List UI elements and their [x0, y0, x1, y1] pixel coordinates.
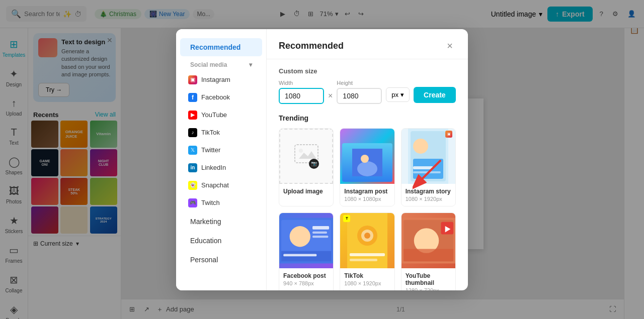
- story-badge: ▣: [445, 131, 452, 138]
- trending-name-youtube: YouTube thumbnail: [406, 272, 451, 286]
- instagram-post-preview: [352, 149, 382, 176]
- svg-rect-11: [413, 171, 441, 173]
- create-button[interactable]: Create: [414, 87, 456, 103]
- trending-thumb-facebook: [279, 213, 333, 268]
- modal-sidebar-snapchat[interactable]: 👻 Snapchat: [180, 177, 262, 194]
- facebook-post-preview: [279, 213, 333, 268]
- modal-body: Custom size Width × Height px ▾: [267, 59, 468, 290]
- svg-rect-24: [350, 253, 385, 256]
- trending-card-instagram-story[interactable]: ▣ Instagram s: [401, 128, 456, 206]
- trending-dims-youtube: 1280 × 720px: [406, 287, 451, 290]
- modal-sidebar-facebook[interactable]: f Facebook: [180, 89, 262, 106]
- svg-point-23: [364, 233, 370, 239]
- svg-rect-17: [312, 236, 328, 238]
- svg-point-2: [299, 149, 303, 153]
- svg-point-14: [290, 226, 310, 247]
- tiktok-badge: T: [343, 215, 350, 222]
- modal-sidebar-recommended[interactable]: Recommended: [180, 38, 262, 56]
- instagram-icon: ▣: [188, 75, 197, 84]
- modal-sidebar-marketing[interactable]: Marketing: [180, 212, 262, 231]
- trending-label: Trending: [279, 114, 456, 122]
- trending-card-youtube[interactable]: YouTube thumbnail 1280 × 720px: [401, 212, 456, 290]
- width-input-group: Width: [279, 80, 324, 104]
- modal-sidebar-education[interactable]: Education: [180, 232, 262, 250]
- height-input-group: Height: [337, 80, 382, 104]
- modal: Recommended Social media ▾ ▣ Instagram f…: [176, 29, 468, 290]
- trending-dims-instagram: 1080 × 1080px: [344, 196, 390, 202]
- height-label: Height: [337, 80, 382, 86]
- camera-badge: 📷: [309, 159, 319, 169]
- trending-info-upload: Upload image: [279, 184, 333, 200]
- facebook-icon: f: [188, 93, 197, 102]
- youtube-icon: ▶: [188, 111, 197, 120]
- trending-card-facebook[interactable]: Facebook post 940 × 788px: [279, 212, 334, 290]
- trending-dims-instagram-story: 1080 × 1920px: [406, 196, 451, 202]
- svg-point-4: [357, 161, 377, 176]
- trending-name-upload: Upload image: [283, 188, 329, 195]
- width-label: Width: [279, 80, 324, 86]
- modal-title: Recommended: [279, 41, 344, 51]
- svg-rect-25: [350, 259, 377, 261]
- custom-size-row: Width × Height px ▾ Create: [279, 80, 456, 104]
- modal-sidebar-tiktok[interactable]: ♪ TikTok: [180, 124, 262, 141]
- youtube-preview: [401, 213, 455, 268]
- snapchat-icon: 👻: [188, 181, 197, 190]
- svg-point-9: [413, 139, 428, 154]
- svg-rect-15: [312, 226, 329, 230]
- linkedin-icon: in: [188, 163, 197, 172]
- modal-sidebar-personal[interactable]: Personal: [180, 251, 262, 269]
- modal-header: Recommended ×: [267, 29, 468, 59]
- trending-dims-facebook: 940 × 788px: [283, 280, 329, 286]
- svg-point-5: [361, 155, 369, 163]
- trending-thumb-instagram: [340, 129, 394, 184]
- height-input[interactable]: [337, 88, 382, 104]
- trending-info-instagram-story: Instagram story 1080 × 1920px: [401, 184, 455, 206]
- trending-card-tiktok[interactable]: T TikTok: [340, 212, 394, 290]
- modal-content: Recommended × Custom size Width × Height: [267, 29, 468, 290]
- trending-thumb-upload: 📷: [279, 129, 333, 184]
- trending-name-tiktok: TikTok: [344, 272, 390, 279]
- trending-info-youtube: YouTube thumbnail 1280 × 720px: [401, 268, 455, 290]
- svg-rect-19: [283, 254, 316, 256]
- twitter-icon: 𝕏: [188, 146, 197, 155]
- modal-overlay[interactable]: Recommended Social media ▾ ▣ Instagram f…: [0, 0, 644, 319]
- custom-size-label: Custom size: [279, 67, 456, 75]
- trending-info-facebook: Facebook post 940 × 788px: [279, 268, 333, 290]
- modal-sidebar-twitch[interactable]: 🎮 Twitch: [180, 194, 262, 211]
- modal-sidebar-social-header: Social media ▾: [180, 57, 262, 70]
- modal-sidebar-youtube[interactable]: ▶ YouTube: [180, 107, 262, 124]
- trending-name-instagram-story: Instagram story: [406, 188, 451, 195]
- trending-thumb-instagram-story: ▣: [401, 129, 455, 184]
- svg-rect-10: [413, 166, 433, 169]
- social-expand-icon: ▾: [249, 61, 252, 68]
- unit-value: px: [391, 91, 398, 98]
- modal-sidebar-linkedin[interactable]: in LinkedIn: [180, 159, 262, 176]
- twitch-icon: 🎮: [188, 198, 197, 207]
- unit-chevron: ▾: [400, 91, 404, 98]
- modal-sidebar-instagram[interactable]: ▣ Instagram: [180, 71, 262, 88]
- tiktok-icon: ♪: [188, 128, 197, 137]
- trending-thumb-youtube: [401, 213, 455, 268]
- trending-card-upload[interactable]: 📷 Upload image: [279, 128, 334, 206]
- modal-sidebar: Recommended Social media ▾ ▣ Instagram f…: [176, 29, 267, 290]
- upload-icon-wrap: 📷: [294, 144, 319, 169]
- trending-info-tiktok: TikTok 1080 × 1920px: [340, 268, 394, 290]
- trending-grid: 📷 Upload image: [279, 128, 456, 290]
- trending-name-instagram: Instagram post: [344, 188, 390, 195]
- trending-name-facebook: Facebook post: [283, 272, 329, 279]
- modal-sidebar-twitter[interactable]: 𝕏 Twitter: [180, 142, 262, 159]
- instagram-story-preview: [408, 129, 448, 184]
- modal-close-button[interactable]: ×: [444, 39, 456, 53]
- svg-rect-16: [312, 231, 327, 233]
- size-separator: ×: [328, 91, 333, 100]
- trending-thumb-tiktok: T: [340, 213, 394, 268]
- trending-dims-tiktok: 1080 × 1920px: [344, 280, 390, 286]
- svg-rect-29: [404, 249, 453, 261]
- width-input[interactable]: [279, 88, 324, 104]
- unit-select[interactable]: px ▾: [386, 87, 410, 102]
- trending-card-instagram[interactable]: Instagram post 1080 × 1080px: [340, 128, 394, 206]
- trending-info-instagram: Instagram post 1080 × 1080px: [340, 184, 394, 206]
- tiktok-preview: [347, 213, 387, 268]
